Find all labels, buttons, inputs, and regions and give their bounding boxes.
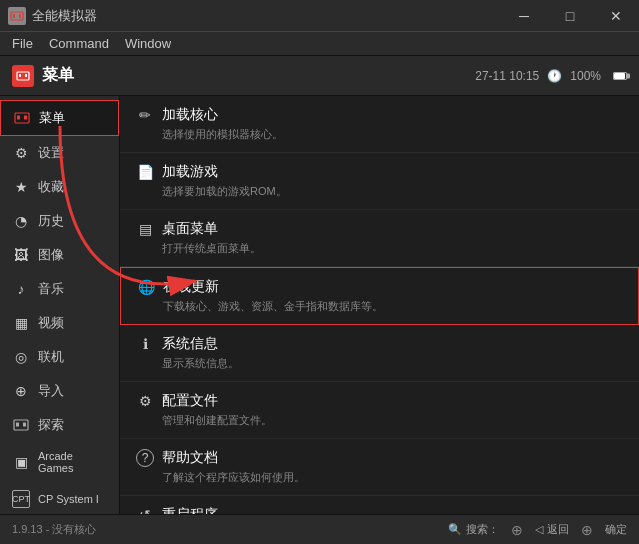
system-info-desc: 显示系统信息。 (136, 356, 623, 371)
sidebar-item-cpsystem[interactable]: CPT CP System I (0, 482, 119, 514)
content-item-system-info[interactable]: ℹ 系统信息 显示系统信息。 (120, 325, 639, 382)
music-icon: ♪ (12, 280, 30, 298)
status-right: 🔍 搜索： ⊕ ◁ 返回 ⊕ 确定 (448, 522, 627, 538)
history-icon: ◔ (12, 212, 30, 230)
title-bar: 全能模拟器 ─ □ ✕ (0, 0, 639, 32)
sidebar-network-label: 联机 (38, 348, 64, 366)
load-core-title: 加载核心 (162, 106, 218, 124)
main-layout: 菜单 ⚙ 设置 ★ 收藏 ◔ 历史 🖼 图像 ♪ 音乐 (0, 96, 639, 514)
search-button[interactable]: 🔍 搜索： (448, 522, 499, 537)
help-docs-icon: ? (136, 449, 154, 467)
app-icon (8, 7, 26, 25)
menu-bar: File Command Window (0, 32, 639, 56)
sidebar-image-label: 图像 (38, 246, 64, 264)
menu-window[interactable]: Window (117, 33, 179, 55)
help-docs-desc: 了解这个程序应该如何使用。 (136, 470, 623, 485)
sidebar-explore-label: 探索 (38, 416, 64, 434)
restart-icon: ↺ (136, 506, 154, 514)
back-label: 返回 (547, 522, 569, 537)
battery-icon (613, 72, 627, 80)
search-label: 搜索： (466, 522, 499, 537)
back-icon: ◁ (535, 523, 543, 536)
svg-rect-3 (17, 72, 29, 80)
menu-file[interactable]: File (4, 33, 41, 55)
sidebar-import-label: 导入 (38, 382, 64, 400)
svg-rect-2 (19, 14, 21, 18)
sidebar-arcade-label: Arcade Games (38, 450, 107, 474)
window-controls: ─ □ ✕ (501, 0, 639, 32)
sidebar-history-label: 历史 (38, 212, 64, 230)
sidebar-item-video[interactable]: ▦ 视频 (0, 306, 119, 340)
sidebar-item-explore[interactable]: 探索 (0, 408, 119, 442)
status-bar: 1.9.13 - 没有核心 🔍 搜索： ⊕ ◁ 返回 ⊕ 确定 (0, 514, 639, 544)
sidebar: 菜单 ⚙ 设置 ★ 收藏 ◔ 历史 🖼 图像 ♪ 音乐 (0, 96, 120, 514)
svg-rect-5 (25, 74, 27, 77)
header-meta: 27-11 10:15 🕐 100% (475, 69, 627, 83)
svg-rect-0 (11, 12, 23, 20)
online-update-title: 在线更新 (163, 278, 219, 296)
datetime: 27-11 10:15 (475, 69, 539, 83)
config-file-desc: 管理和创建配置文件。 (136, 413, 623, 428)
header-icon (12, 65, 34, 87)
version-label: 1.9.13 - 没有核心 (12, 522, 96, 537)
sidebar-music-label: 音乐 (38, 280, 64, 298)
content-item-restart[interactable]: ↺ 重启程序 (120, 496, 639, 514)
svg-rect-4 (19, 74, 21, 77)
confirm-button[interactable]: 确定 (605, 522, 627, 537)
sidebar-favorites-label: 收藏 (38, 178, 64, 196)
explore-icon (12, 416, 30, 434)
content-item-desktop-menu[interactable]: ▤ 桌面菜单 打开传统桌面菜单。 (120, 210, 639, 267)
app-title: 全能模拟器 (32, 7, 97, 25)
config-file-title: 配置文件 (162, 392, 218, 410)
close-button[interactable]: ✕ (593, 0, 639, 32)
back-button[interactable]: ◁ 返回 (535, 522, 569, 537)
load-core-icon: ✏ (136, 106, 154, 124)
system-info-title: 系统信息 (162, 335, 218, 353)
svg-rect-7 (17, 116, 20, 120)
sidebar-item-settings[interactable]: ⚙ 设置 (0, 136, 119, 170)
help-docs-title: 帮助文档 (162, 449, 218, 467)
confirm-label: 确定 (605, 522, 627, 537)
content-item-online-update[interactable]: 🌐 在线更新 下载核心、游戏、资源、金手指和数据库等。 (120, 267, 639, 325)
sidebar-item-history[interactable]: ◔ 历史 (0, 204, 119, 238)
svg-rect-8 (24, 116, 27, 120)
network-icon: ◎ (12, 348, 30, 366)
desktop-menu-desc: 打开传统桌面菜单。 (136, 241, 623, 256)
sidebar-item-image[interactable]: 🖼 图像 (0, 238, 119, 272)
sidebar-item-favorites[interactable]: ★ 收藏 (0, 170, 119, 204)
sidebar-item-arcade[interactable]: ▣ Arcade Games (0, 442, 119, 482)
nav-icon2: ⊕ (581, 522, 593, 538)
content-item-config-file[interactable]: ⚙ 配置文件 管理和创建配置文件。 (120, 382, 639, 439)
restart-title: 重启程序 (162, 506, 218, 514)
svg-rect-1 (13, 14, 15, 18)
import-icon: ⊕ (12, 382, 30, 400)
sidebar-menu-label: 菜单 (39, 109, 65, 127)
minimize-button[interactable]: ─ (501, 0, 547, 32)
desktop-menu-title: 桌面菜单 (162, 220, 218, 238)
content-area: ✏ 加载核心 选择使用的模拟器核心。 📄 加载游戏 选择要加载的游戏ROM。 ▤… (120, 96, 639, 514)
header-title: 菜单 (42, 65, 475, 86)
menu-command[interactable]: Command (41, 33, 117, 55)
svg-rect-11 (23, 423, 26, 427)
content-item-load-core[interactable]: ✏ 加载核心 选择使用的模拟器核心。 (120, 96, 639, 153)
sidebar-item-menu[interactable]: 菜单 (0, 100, 119, 136)
app-header: 菜单 27-11 10:15 🕐 100% (0, 56, 639, 96)
load-game-desc: 选择要加载的游戏ROM。 (136, 184, 623, 199)
video-icon: ▦ (12, 314, 30, 332)
config-file-icon: ⚙ (136, 392, 154, 410)
sidebar-item-import[interactable]: ⊕ 导入 (0, 374, 119, 408)
sidebar-video-label: 视频 (38, 314, 64, 332)
clock-icon: 🕐 (547, 69, 562, 83)
content-item-help-docs[interactable]: ? 帮助文档 了解这个程序应该如何使用。 (120, 439, 639, 496)
sidebar-item-network[interactable]: ◎ 联机 (0, 340, 119, 374)
svg-rect-10 (16, 423, 19, 427)
desktop-menu-icon: ▤ (136, 220, 154, 238)
sidebar-item-music[interactable]: ♪ 音乐 (0, 272, 119, 306)
battery-percent: 100% (570, 69, 601, 83)
content-item-load-game[interactable]: 📄 加载游戏 选择要加载的游戏ROM。 (120, 153, 639, 210)
image-icon: 🖼 (12, 246, 30, 264)
arcade-icon: ▣ (12, 453, 30, 471)
cpsystem-icon: CPT (12, 490, 30, 508)
menu-icon (13, 109, 31, 127)
maximize-button[interactable]: □ (547, 0, 593, 32)
